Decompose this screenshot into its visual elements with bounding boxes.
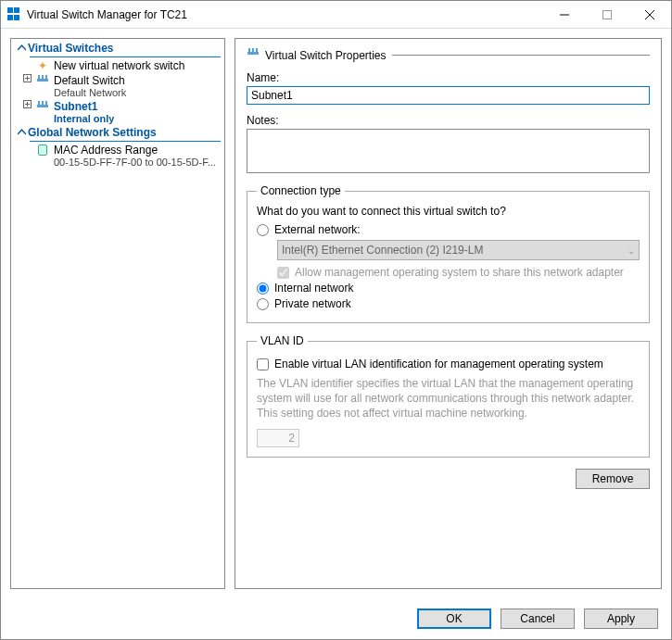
expand-icon[interactable] bbox=[23, 100, 32, 108]
radio-external-label: External network: bbox=[274, 223, 361, 236]
connection-question: What do you want to connect this virtual… bbox=[257, 205, 640, 218]
connection-legend: Connection type bbox=[257, 184, 345, 197]
window-title: Virtual Switch Manager for TC21 bbox=[27, 8, 543, 21]
vlan-enable-label: Enable virtual LAN identification for ma… bbox=[274, 358, 603, 370]
new-icon: ✦ bbox=[35, 59, 50, 72]
allow-mgmt-checkbox bbox=[277, 267, 289, 279]
radio-internal-label: Internal network bbox=[274, 282, 353, 295]
remove-button[interactable]: Remove bbox=[576, 469, 650, 489]
tree-panel: Virtual Switches ✦ New virtual network s… bbox=[10, 38, 225, 589]
svg-rect-7 bbox=[45, 75, 47, 79]
svg-rect-1 bbox=[603, 10, 612, 19]
svg-rect-14 bbox=[252, 48, 254, 52]
chip-icon bbox=[35, 144, 50, 157]
svg-rect-4 bbox=[37, 79, 48, 82]
expand-icon[interactable] bbox=[23, 74, 32, 82]
radio-internal[interactable]: Internal network bbox=[257, 282, 640, 295]
tree-item-new-switch[interactable]: ✦ New virtual network switch bbox=[11, 58, 224, 73]
radio-private[interactable]: Private network bbox=[257, 297, 640, 310]
chevron-down-icon: ⌄ bbox=[628, 245, 635, 256]
notes-textarea[interactable] bbox=[247, 129, 650, 173]
tree-item-sublabel: 00-15-5D-FF-7F-00 to 00-15-5D-F... bbox=[54, 157, 216, 168]
properties-panel: Virtual Switch Properties Name: Notes: C… bbox=[235, 38, 662, 589]
svg-rect-15 bbox=[256, 48, 258, 52]
vlan-id-input bbox=[257, 429, 299, 447]
radio-private-label: Private network bbox=[274, 297, 351, 310]
minimize-button[interactable] bbox=[543, 1, 586, 28]
connection-type-group: Connection type What do you want to conn… bbox=[247, 184, 650, 323]
switch-icon bbox=[247, 48, 260, 62]
name-label: Name: bbox=[247, 71, 650, 84]
vlan-legend: VLAN ID bbox=[257, 334, 308, 347]
allow-mgmt-label: Allow management operating system to sha… bbox=[295, 266, 624, 279]
svg-rect-12 bbox=[247, 52, 259, 55]
vlan-enable-checkbox[interactable] bbox=[257, 358, 269, 370]
tree-item-label: MAC Address Range bbox=[54, 144, 216, 157]
tree-item-sublabel: Default Network bbox=[54, 87, 126, 98]
radio-external[interactable]: External network: bbox=[257, 223, 640, 236]
window-root: Virtual Switch Manager for TC21 Virtual … bbox=[0, 0, 672, 640]
svg-rect-10 bbox=[42, 101, 44, 105]
tree-section-label: Global Network Settings bbox=[28, 126, 157, 139]
svg-rect-11 bbox=[45, 101, 47, 105]
adapter-value: Intel(R) Ethernet Connection (2) I219-LM bbox=[282, 244, 483, 257]
tree-item-subnet1[interactable]: Subnet1 Internal only bbox=[11, 99, 224, 125]
radio-internal-input[interactable] bbox=[257, 282, 269, 295]
dialog-button-row: OK Cancel Apply bbox=[1, 598, 671, 639]
svg-rect-13 bbox=[248, 48, 250, 52]
tree-item-sublabel: Internal only bbox=[54, 113, 114, 124]
tree-section-global-settings[interactable]: Global Network Settings bbox=[11, 125, 224, 140]
tree-item-mac-range[interactable]: MAC Address Range 00-15-5D-FF-7F-00 to 0… bbox=[11, 143, 224, 169]
ok-button[interactable]: OK bbox=[417, 609, 491, 629]
name-input[interactable] bbox=[247, 86, 650, 105]
vlan-group: VLAN ID Enable virtual LAN identificatio… bbox=[247, 334, 650, 458]
vlan-help-text: The VLAN identifier specifies the virtua… bbox=[257, 376, 640, 421]
svg-rect-9 bbox=[38, 101, 40, 105]
tree-item-label: New virtual network switch bbox=[54, 59, 184, 72]
titlebar[interactable]: Virtual Switch Manager for TC21 bbox=[1, 1, 671, 29]
apply-button[interactable]: Apply bbox=[584, 609, 658, 629]
svg-rect-6 bbox=[42, 75, 44, 79]
collapse-icon bbox=[15, 126, 28, 139]
cancel-button[interactable]: Cancel bbox=[501, 609, 575, 629]
radio-private-input[interactable] bbox=[257, 298, 269, 310]
svg-rect-8 bbox=[37, 105, 48, 107]
tree-item-label: Subnet1 bbox=[54, 100, 114, 113]
vlan-enable-row[interactable]: Enable virtual LAN identification for ma… bbox=[257, 358, 640, 370]
radio-external-input[interactable] bbox=[257, 224, 269, 236]
switch-icon bbox=[35, 74, 50, 87]
app-icon bbox=[6, 7, 21, 22]
collapse-icon bbox=[15, 42, 28, 55]
notes-label: Notes: bbox=[247, 114, 650, 127]
close-button[interactable] bbox=[628, 1, 671, 28]
panel-title: Virtual Switch Properties bbox=[265, 49, 387, 62]
adapter-dropdown: Intel(R) Ethernet Connection (2) I219-LM… bbox=[277, 240, 640, 260]
maximize-button[interactable] bbox=[586, 1, 628, 28]
svg-rect-5 bbox=[38, 75, 40, 79]
allow-mgmt-row: Allow management operating system to sha… bbox=[277, 266, 640, 279]
tree-item-label: Default Switch bbox=[54, 74, 126, 87]
switch-icon bbox=[35, 100, 50, 113]
tree-section-label: Virtual Switches bbox=[28, 42, 113, 55]
tree-section-virtual-switches[interactable]: Virtual Switches bbox=[11, 41, 224, 56]
tree-item-default-switch[interactable]: Default Switch Default Network bbox=[11, 73, 224, 99]
